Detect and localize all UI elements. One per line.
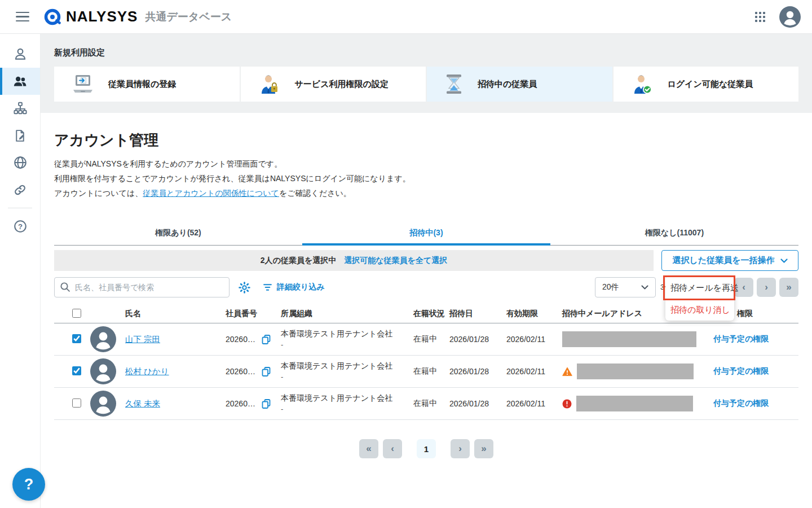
help-fab-button[interactable]: ?	[12, 468, 45, 501]
step-label: 招待中の従業員	[478, 79, 537, 90]
invited-employees-table: 氏名 社員番号 所属組織 在籍状況 招待日 有効期限 招待中メールアドレス 権限	[54, 305, 798, 420]
bottom-pagination: « ‹ 1 › »	[54, 439, 798, 458]
setup-panel: 新規利用設定 従業員情報の登録	[41, 34, 812, 113]
employee-name-link[interactable]: 山下 宗田	[125, 335, 160, 344]
planned-permission-link[interactable]: 付与予定の権限	[708, 366, 769, 375]
organization-sub: -	[281, 404, 413, 414]
page: NALYSYS 共通データベース	[0, 0, 812, 508]
step-label: サービス利用権限の設定	[295, 79, 389, 90]
planned-permission-link[interactable]: 付与予定の権限	[708, 334, 769, 343]
product-name: 共通データベース	[145, 10, 232, 24]
header-invited-date: 招待日	[449, 309, 506, 319]
select-all-link[interactable]: 選択可能な従業員を全て選択	[344, 256, 447, 266]
relationship-doc-link[interactable]: 従業員とアカウントの関係性について	[143, 189, 279, 198]
planned-permission-link[interactable]: 付与予定の権限	[708, 398, 769, 408]
chevron-down-icon	[641, 285, 648, 290]
next-page-button[interactable]: ›	[451, 439, 470, 458]
user-avatar[interactable]	[779, 6, 801, 28]
tab-with-permission[interactable]: 権限あり(52)	[54, 221, 302, 245]
redacted-email	[577, 364, 694, 379]
menu-item-resend-invitation[interactable]: 招待メールを再送	[665, 277, 734, 299]
first-page-button[interactable]: «	[359, 439, 378, 458]
sidebar-item-organization[interactable]	[0, 95, 40, 122]
employee-no: 20260…	[226, 335, 255, 344]
organization-sub: -	[281, 371, 413, 382]
sidebar: ?	[0, 34, 41, 508]
login-ok-user-icon	[632, 74, 653, 94]
list-toolbar: 詳細絞り込み 20件 3件中 1〜3件 « ‹ › » 招待メールを再送 招待の	[54, 277, 798, 297]
warning-icon	[562, 367, 572, 376]
help-circle-icon: ?	[13, 219, 28, 234]
last-page-button[interactable]: »	[474, 439, 493, 458]
brand: NALYSYS 共通データベース	[44, 8, 232, 25]
row-checkbox[interactable]	[72, 334, 81, 343]
search-settings-gear-icon[interactable]	[239, 282, 250, 294]
employee-no: 20260…	[226, 399, 255, 408]
step-card-service-permission[interactable]: サービス利用権限の設定	[241, 67, 426, 102]
header-status: 在籍状況	[413, 309, 449, 319]
search-input[interactable]	[54, 277, 230, 297]
hamburger-menu-icon[interactable]	[16, 12, 29, 22]
header-organization: 所属組織	[281, 309, 413, 319]
step-label: 従業員情報の登録	[108, 79, 176, 90]
next-page-button[interactable]: ›	[757, 278, 776, 297]
header-name: 氏名	[125, 309, 226, 319]
laptop-register-icon	[72, 75, 94, 94]
sidebar-item-profile[interactable]	[0, 41, 40, 68]
current-page-indicator: 1	[417, 439, 436, 458]
sidebar-item-employees[interactable]	[0, 68, 40, 95]
prev-page-button[interactable]: ‹	[383, 439, 402, 458]
expiry-date: 2026/02/11	[506, 335, 562, 344]
people-icon	[12, 74, 28, 89]
description-line-2: 利用権限を付与することでアカウントが発行され、従業員はNALYSYSにログイン可…	[54, 171, 798, 186]
copy-icon[interactable]	[261, 398, 271, 409]
organization: 本番環境テスト用テナント会社	[281, 393, 413, 404]
tab-no-permission[interactable]: 権限なし(11007)	[550, 221, 798, 245]
apps-grid-icon[interactable]	[754, 11, 766, 23]
header-expiry: 有効期限	[506, 309, 562, 319]
row-checkbox[interactable]	[72, 398, 81, 408]
sidebar-item-requests[interactable]	[0, 122, 40, 149]
chevron-down-icon	[780, 259, 788, 263]
copy-icon[interactable]	[261, 366, 271, 377]
expiry-date: 2026/02/11	[506, 399, 562, 408]
person-icon	[13, 47, 28, 62]
sidebar-item-links[interactable]	[0, 176, 40, 203]
step-card-invited-employees[interactable]: 招待中の従業員	[427, 67, 612, 102]
link-icon	[13, 183, 27, 197]
avatar	[90, 391, 125, 417]
table-row: 松村 ひかり 20260… 本番環境テスト用テナント会社 -	[54, 356, 798, 388]
employment-status: 在籍中	[413, 398, 449, 409]
brand-name: NALYSYS	[66, 8, 138, 25]
row-checkbox[interactable]	[72, 366, 81, 375]
advanced-filter-link[interactable]: 詳細絞り込み	[263, 282, 325, 292]
org-chart-icon	[13, 101, 28, 116]
step-card-login-enabled[interactable]: ログイン可能な従業員	[614, 67, 799, 102]
redacted-email	[576, 396, 693, 411]
app-header: NALYSYS 共通データベース	[0, 0, 812, 34]
filter-icon	[263, 283, 272, 292]
sidebar-item-global[interactable]	[0, 149, 40, 176]
employee-name-link[interactable]: 久保 未来	[125, 399, 160, 408]
step-card-register-employee[interactable]: 従業員情報の登録	[54, 67, 240, 102]
last-page-button[interactable]: »	[779, 278, 798, 297]
search-box	[54, 277, 230, 297]
avatar	[90, 358, 125, 384]
menu-item-cancel-invitation[interactable]: 招待の取り消し	[665, 299, 734, 321]
employee-name-link[interactable]: 松村 ひかり	[125, 367, 169, 376]
globe-icon	[13, 155, 28, 170]
tab-invited[interactable]: 招待中(3)	[302, 221, 550, 245]
employee-no: 20260…	[226, 367, 255, 376]
svg-text:?: ?	[18, 222, 23, 231]
bulk-action-button[interactable]: 選択した従業員を一括操作	[661, 250, 798, 271]
copy-icon[interactable]	[261, 334, 271, 345]
selection-count-text: 2人の従業員を選択中	[261, 256, 336, 266]
description-line-1: 従業員がNALYSYSを利用するためのアカウント管理画面です。	[54, 156, 798, 171]
sidebar-item-help[interactable]: ?	[0, 213, 40, 240]
employment-status: 在籍中	[413, 334, 449, 344]
redacted-email	[562, 331, 696, 347]
page-size-select[interactable]: 20件	[595, 277, 656, 297]
organization: 本番環境テスト用テナント会社	[281, 361, 413, 371]
description-line-3: アカウントについては、従業員とアカウントの関係性についてをご確認ください。	[54, 186, 798, 200]
select-all-checkbox[interactable]	[72, 309, 81, 318]
